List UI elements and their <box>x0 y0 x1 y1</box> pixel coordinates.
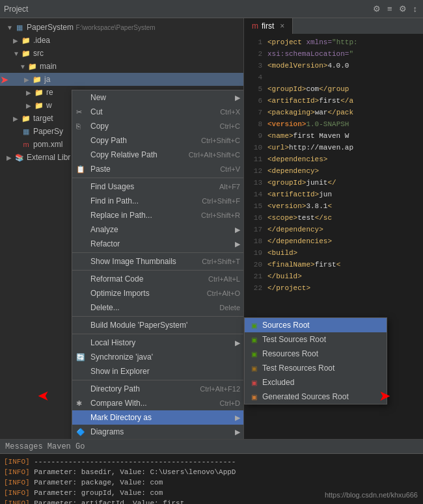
msg-line-0: [INFO] ---------------------------------… <box>4 457 419 467</box>
top-bar: Project ⚙ ≡ ⚙ ↕ <box>0 0 423 18</box>
menu-label-diagrams: Diagrams <box>90 427 124 436</box>
menu-item-copy-path[interactable]: Copy Path Ctrl+Shift+C <box>72 133 244 148</box>
code-line-5: 5 <groupId>com</group <box>244 83 423 95</box>
msg-line-2: [INFO] Parameter: package, Value: com <box>4 477 419 488</box>
menu-label-replace-in-path: Replace in Path... <box>90 211 152 220</box>
submenu-item-test-sources-root[interactable]: ▣ Test Sources Root <box>245 332 387 347</box>
menu-item-find-in-path[interactable]: Find in Path... Ctrl+Shift+F <box>72 194 244 208</box>
replace-path-shortcut: Ctrl+Shift+R <box>201 211 240 219</box>
arrow-ja: ▶ <box>24 76 32 83</box>
menu-icon[interactable]: ≡ <box>385 3 394 15</box>
menu-item-mark-directory-as[interactable]: Mark Directory as ▶ <box>72 410 244 425</box>
menu-item-replace-in-path[interactable]: Replace in Path... Ctrl+Shift+R <box>72 208 244 222</box>
menu-item-local-history[interactable]: Local History ▶ <box>72 336 244 350</box>
label-src: src <box>33 49 243 58</box>
folder-icon-target: 📁 <box>21 113 31 124</box>
tree-item-idea[interactable]: ▶ 📁 .idea <box>0 34 243 47</box>
delete-shortcut: Delete <box>219 304 240 312</box>
top-bar-icons: ⚙ ≡ ⚙ ↕ <box>371 3 419 15</box>
submenu-item-sources-root[interactable]: ▣ Sources Root <box>245 318 387 332</box>
copy-rel-shortcut: Ctrl+Alt+Shift+C <box>189 151 240 159</box>
find-path-shortcut: Ctrl+Shift+F <box>202 197 240 205</box>
label-sources-root: Sources Root <box>262 321 310 330</box>
arrow-re: ▶ <box>26 89 34 96</box>
menu-item-compare-with[interactable]: ✱ Compare With... Ctrl+D <box>72 396 244 410</box>
code-line-2: 2 xsi:schemaLocation=" <box>244 48 423 60</box>
tree-item-src[interactable]: ▼ 📁 src <box>0 47 243 60</box>
menu-item-show-explorer[interactable]: Show in Explorer <box>72 364 244 378</box>
submenu-item-resources-root[interactable]: ▣ Resources Root <box>245 347 387 361</box>
label-papersystem: PaperSystem F:\workspace\PaperSystem <box>27 23 243 32</box>
label-idea: .idea <box>33 36 243 45</box>
sep6 <box>72 380 244 380</box>
menu-item-refactor[interactable]: Refactor ▶ <box>72 237 244 251</box>
arrow-w: ▶ <box>26 102 34 109</box>
folder-icon-re: 📁 <box>34 87 44 98</box>
watermark: https://blog.csdn.net/khxu666 <box>325 491 418 499</box>
menu-item-find-usages[interactable]: Find Usages Alt+F7 <box>72 179 244 194</box>
menu-item-delete[interactable]: Delete... Delete <box>72 300 244 315</box>
layout-icon[interactable]: ↕ <box>411 3 420 15</box>
menu-item-build-module[interactable]: Build Module 'PaperSystem' <box>72 318 244 332</box>
code-line-11: 11 <dependencies> <box>244 153 423 165</box>
arrow-idea: ▶ <box>13 37 21 44</box>
compare-shortcut: Ctrl+D <box>220 399 240 407</box>
code-line-22: 22 </project> <box>244 282 423 294</box>
menu-item-copy-rel-path[interactable]: Copy Relative Path Ctrl+Alt+Shift+C <box>72 148 244 162</box>
show-thumbnails-shortcut: Ctrl+Shift+T <box>202 258 240 265</box>
reformat-shortcut: Ctrl+Alt+L <box>208 275 240 283</box>
menu-item-diagrams[interactable]: 🔷 Diagrams ▶ <box>72 425 244 439</box>
menu-item-cut[interactable]: ✂ Cut Ctrl+X <box>72 105 244 119</box>
red-arrow-right-overlay: ➤ <box>379 388 390 405</box>
menu-item-synchronize[interactable]: 🔄 Synchronize 'java' <box>72 350 244 364</box>
tree-item-ja[interactable]: ➤ ▶ 📁 ja <box>0 73 243 86</box>
menu-item-new[interactable]: New ▶ <box>72 90 244 105</box>
menu-item-reformat-code[interactable]: Reformat Code Ctrl+Alt+L <box>72 272 244 286</box>
sources-root-icon: ▣ <box>249 320 259 330</box>
menu-item-paste[interactable]: 📋 Paste Ctrl+V <box>72 162 244 176</box>
label-test-resources-root: Test Resources Root <box>262 364 334 373</box>
arrow-main: ▼ <box>20 63 27 70</box>
folder-icon-main: 📁 <box>27 61 38 72</box>
tree-item-main[interactable]: ▼ 📁 main <box>0 60 243 73</box>
menu-item-optimize-imports[interactable]: Optimize Imports Ctrl+Alt+O <box>72 286 244 300</box>
menu-item-directory-path[interactable]: Directory Path Ctrl+Alt+F12 <box>72 382 244 396</box>
code-line-12: 12 <dependency> <box>244 165 423 177</box>
editor-content: 1 <project xmlns="http: 2 xsi:schemaLoca… <box>244 34 423 297</box>
menu-label-directory-path: Directory Path <box>90 384 140 393</box>
tab-first[interactable]: m first × <box>244 18 293 34</box>
tree-item-papersystem[interactable]: ▼ ▦ PaperSystem F:\workspace\PaperSystem <box>0 21 243 34</box>
submenu-item-excluded[interactable]: ▣ Excluded <box>245 375 387 390</box>
submenu-item-test-resources-root[interactable]: ▣ Test Resources Root <box>245 361 387 375</box>
settings-icon[interactable]: ⚙ <box>371 3 383 15</box>
tab-close-icon[interactable]: × <box>280 21 284 31</box>
menu-item-analyze[interactable]: Analyze ▶ <box>72 222 244 237</box>
menu-item-show-image-thumbnails[interactable]: Show Image Thumbnails Ctrl+Shift+T <box>72 254 244 269</box>
sep3 <box>72 270 244 271</box>
menu-label-find-in-path: Find in Path... <box>90 196 139 206</box>
top-bar-title: Project <box>4 5 28 14</box>
menu-label-cut: Cut <box>90 107 103 116</box>
sep5 <box>72 334 244 334</box>
sync-icon: 🔄 <box>76 353 85 362</box>
code-line-21: 21 </build> <box>244 271 423 282</box>
find-usages-shortcut: Alt+F7 <box>219 183 240 191</box>
diagrams-icon: 🔷 <box>76 428 85 436</box>
menu-item-copy[interactable]: ⎘ Copy Ctrl+C <box>72 119 244 133</box>
compare-icon: ✱ <box>76 399 82 408</box>
arrow-papersystem: ▼ <box>7 24 14 31</box>
analyze-submenu-arrow: ▶ <box>235 226 240 234</box>
xml-icon-pomxml: m <box>21 139 31 150</box>
editor-tabs: m first × <box>244 18 423 34</box>
sep4 <box>72 316 244 317</box>
gear-icon[interactable]: ⚙ <box>397 3 409 15</box>
submenu-item-generated-sources-root[interactable]: ▣ Generated Sources Root <box>245 390 387 404</box>
menu-label-local-history: Local History <box>90 338 135 347</box>
menu-label-mark-directory-as: Mark Directory as <box>90 413 152 422</box>
label-test-sources-root: Test Sources Root <box>262 335 326 344</box>
new-submenu-arrow: ▶ <box>235 94 240 102</box>
menu-label-copy-rel-path: Copy Relative Path <box>90 150 157 159</box>
code-line-8: 8 <version>1.0-SNAPSH <box>244 118 423 130</box>
code-line-4: 4 <box>244 72 423 83</box>
folder-icon-ja: 📁 <box>32 74 42 85</box>
